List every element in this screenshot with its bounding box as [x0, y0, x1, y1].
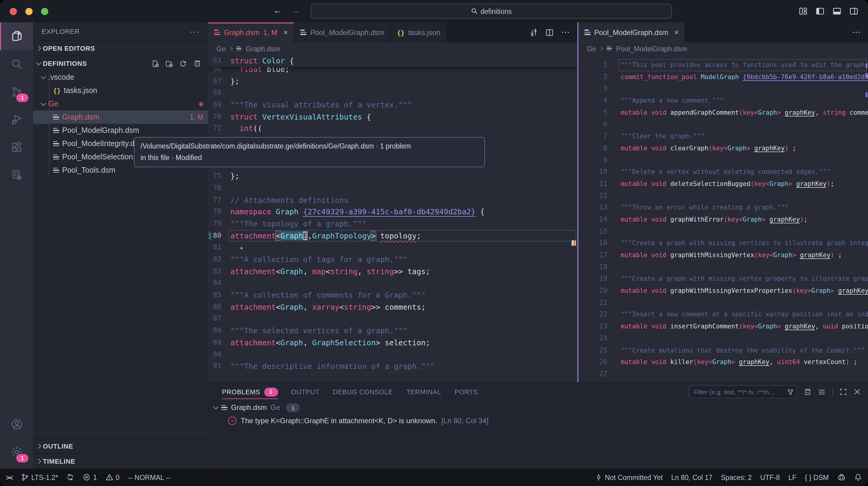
- code-line[interactable]: 19"""Create a graph with missing vertex …: [579, 273, 868, 285]
- breadcrumb[interactable]: GeGraph.dsm: [208, 42, 577, 55]
- tab-pool-modelgraph-dsm[interactable]: Pool_ModelGraph.dsm×: [579, 22, 685, 42]
- status-item-utf-8[interactable]: UTF-8: [760, 474, 780, 481]
- breadcrumb-item[interactable]: Graph.dsm: [246, 45, 280, 52]
- code-line[interactable]: 63struct Color {: [208, 55, 577, 67]
- view-as-list-button[interactable]: [818, 388, 826, 396]
- code-line[interactable]: 70struct VertexVisualAttributes {: [208, 111, 577, 123]
- zoom-window-button[interactable]: [41, 7, 48, 15]
- panel-tab-problems[interactable]: PROBLEMS1: [222, 383, 278, 401]
- split-editor-button[interactable]: [545, 28, 554, 36]
- status-item-ln-80-col-17[interactable]: Ln 80, Col 17: [671, 474, 713, 481]
- code-line[interactable]: 68: [208, 87, 577, 99]
- code-line[interactable]: 76: [208, 182, 577, 194]
- panel-tab-ports[interactable]: PORTS: [455, 383, 478, 401]
- code-line[interactable]: 14mutable void graphWithError(key<Graph>…: [579, 214, 868, 226]
- activity-item-run-debug[interactable]: [0, 106, 33, 134]
- code-line[interactable]: 2commit_function_pool ModelGraph {9bdcbb…: [579, 71, 868, 83]
- code-line[interactable]: 15: [579, 226, 868, 237]
- command-center-search[interactable]: definitions: [311, 4, 672, 19]
- breadcrumb-item[interactable]: Ge: [587, 45, 596, 52]
- code-line[interactable]: 90: [208, 349, 577, 361]
- code-line[interactable]: 88"""The selected vertices of a graph.""…: [208, 325, 577, 337]
- panel-tab-output[interactable]: OUTPUT: [291, 383, 319, 401]
- status-item-lf[interactable]: LF: [788, 474, 797, 481]
- toggle-secondary-sidebar-button[interactable]: [849, 7, 858, 16]
- status-item[interactable]: [854, 473, 862, 481]
- status-item-not-committed-yet[interactable]: Not Committed Yet: [595, 473, 663, 481]
- code-line[interactable]: 85"""A collection of comments for a Grap…: [208, 289, 577, 301]
- code-editor[interactable]: 66 float blue;67};6869"""The visual attr…: [208, 55, 577, 382]
- code-line[interactable]: 4"""Append a new comment.""": [579, 95, 868, 107]
- open-changes-button[interactable]: [530, 28, 538, 36]
- tree-item-ge[interactable]: Ge: [33, 97, 208, 111]
- tab-tasks-json[interactable]: {}tasks.json: [391, 22, 447, 42]
- code-line[interactable]: 78namespace Graph {27c49329-a399-415c-ba…: [208, 206, 577, 218]
- code-line[interactable]: 18: [579, 261, 868, 273]
- status-item[interactable]: [67, 473, 74, 481]
- breadcrumb-item[interactable]: Ge: [217, 45, 226, 52]
- code-line[interactable]: 87: [208, 313, 577, 325]
- code-editor[interactable]: 1"""This pool provides access to functio…: [579, 55, 868, 382]
- collapse-all-button[interactable]: [803, 388, 811, 396]
- code-line[interactable]: 75};: [208, 170, 577, 182]
- code-line[interactable]: 1"""This pool provides access to functio…: [579, 59, 868, 71]
- toggle-panel-button[interactable]: [832, 7, 841, 16]
- section-header-definitions[interactable]: DEFINITIONS: [33, 56, 208, 70]
- code-line[interactable]: 3: [579, 83, 868, 95]
- back-button[interactable]: ←: [272, 5, 283, 15]
- code-line[interactable]: 84: [208, 278, 577, 289]
- activity-item-dsm-tools[interactable]: [0, 161, 33, 189]
- code-line[interactable]: 24: [579, 333, 868, 344]
- problem-row[interactable]: ×The type K=Graph::GraphE in attachment<…: [208, 414, 868, 427]
- activity-item-source-control[interactable]: 1: [0, 78, 33, 106]
- code-line[interactable]: 16"""Create a graph with missing vertice…: [579, 237, 868, 249]
- code-line[interactable]: 17mutable void graphWithMissingVertex(ke…: [579, 249, 868, 261]
- status-item--normal-[interactable]: -- NORMAL --: [128, 474, 170, 481]
- panel-tab-terminal[interactable]: TERMINAL: [406, 383, 441, 401]
- code-line[interactable]: 27: [579, 368, 868, 380]
- code-line[interactable]: 26mutable void killer(key<Graph> graphKe…: [579, 356, 868, 368]
- tree-item-tasks-json[interactable]: {}tasks.json: [33, 84, 208, 97]
- close-icon[interactable]: ×: [283, 28, 288, 37]
- more-button[interactable]: [852, 28, 861, 37]
- tree-item-pool-modelgraph-dsm[interactable]: Pool_ModelGraph.dsm: [33, 124, 208, 137]
- code-line[interactable]: 12: [579, 190, 868, 202]
- sticky-scroll-line[interactable]: 63struct Color {: [208, 55, 577, 67]
- collapse-all-button[interactable]: [193, 59, 201, 67]
- activity-item-search[interactable]: [0, 50, 33, 78]
- minimize-window-button[interactable]: [25, 7, 33, 15]
- activity-item-explorer[interactable]: [0, 22, 33, 50]
- activity-item-accounts[interactable]: [0, 410, 33, 438]
- code-line[interactable]: 67};: [208, 75, 577, 87]
- section-header-open-editors[interactable]: OPEN EDITORS: [33, 40, 208, 56]
- code-line[interactable]: 80attachment<GraphE,GraphTopology> topol…: [208, 230, 577, 241]
- status-item--dsm[interactable]: { } DSM: [805, 474, 829, 481]
- status-item-1[interactable]: 1: [83, 473, 97, 481]
- code-line[interactable]: 79"""The topology of a graph.""": [208, 218, 577, 230]
- refresh-button[interactable]: [179, 59, 187, 67]
- more-button[interactable]: [561, 28, 570, 37]
- code-line[interactable]: 9: [579, 154, 868, 166]
- code-line[interactable]: 71 int((: [208, 123, 577, 135]
- maximize-button[interactable]: [840, 388, 847, 395]
- section-header-timeline[interactable]: TIMELINE: [33, 453, 208, 468]
- code-line[interactable]: 20mutable void graphWithMissingVertexPro…: [579, 285, 868, 297]
- tree-item--vscode[interactable]: .vscode: [33, 70, 208, 84]
- breadcrumb-item[interactable]: Pool_ModelGraph.dsm: [616, 45, 687, 52]
- code-line[interactable]: 89attachment<Graph, GraphSelection> sele…: [208, 337, 577, 349]
- tab-pool-modelgraph-dsm[interactable]: Pool_ModelGraph.dsm: [294, 22, 391, 42]
- code-line[interactable]: 11mutable void deleteSelectionBugged(key…: [579, 178, 868, 190]
- code-line[interactable]: 91"""The descriptive information of a gr…: [208, 361, 577, 372]
- code-line[interactable]: 83attachment<Graph, map<string, string>>…: [208, 265, 577, 277]
- code-line[interactable]: 6: [579, 119, 868, 131]
- code-line[interactable]: 81 ✦: [208, 242, 577, 254]
- code-line[interactable]: 7"""Clear the graph.""": [579, 131, 868, 142]
- code-line[interactable]: 21: [579, 297, 868, 309]
- code-line[interactable]: 23mutable void insertGraphComment(key<Gr…: [579, 321, 868, 332]
- problems-filter-input[interactable]: [689, 385, 797, 398]
- code-line[interactable]: 82"""A collection of tags for a graph.""…: [208, 254, 577, 265]
- forward-button[interactable]: →: [290, 5, 302, 15]
- toggle-primary-sidebar-button[interactable]: [815, 7, 825, 16]
- code-line[interactable]: 25"""Create mutations that destroy the u…: [579, 344, 868, 356]
- close-icon[interactable]: ×: [674, 28, 679, 37]
